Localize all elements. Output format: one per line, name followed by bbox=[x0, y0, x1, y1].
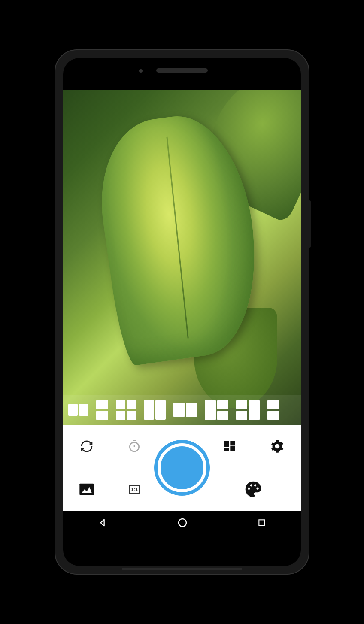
nav-recents-button[interactable] bbox=[258, 518, 266, 529]
switch-camera-button[interactable] bbox=[63, 439, 111, 453]
svg-point-9 bbox=[257, 488, 259, 490]
collage-icon bbox=[223, 439, 237, 453]
layout-option-2x1-tall[interactable] bbox=[144, 400, 166, 420]
svg-rect-5 bbox=[80, 484, 94, 495]
divider bbox=[68, 468, 133, 468]
camera-controls: 1:1 bbox=[63, 425, 301, 511]
home-icon bbox=[177, 518, 188, 528]
settings-button[interactable] bbox=[253, 439, 301, 453]
layout-option-1-2-mix[interactable] bbox=[205, 400, 228, 420]
gear-icon bbox=[270, 439, 284, 453]
layout-option-more[interactable] bbox=[267, 400, 279, 420]
phone-speaker bbox=[156, 68, 208, 73]
svg-rect-11 bbox=[259, 520, 264, 525]
collage-button[interactable] bbox=[206, 439, 253, 453]
gallery-icon bbox=[78, 481, 95, 498]
svg-point-7 bbox=[250, 484, 252, 486]
timer-button[interactable] bbox=[111, 439, 158, 453]
app-screen: 1:1 bbox=[63, 90, 301, 536]
shutter-button[interactable] bbox=[154, 440, 210, 496]
back-icon bbox=[98, 518, 107, 527]
phone-bottom-speaker bbox=[122, 568, 242, 570]
timer-icon bbox=[127, 439, 141, 453]
aspect-ratio-button[interactable]: 1:1 bbox=[111, 485, 158, 494]
svg-point-10 bbox=[179, 519, 186, 527]
phone-frame: 1:1 bbox=[55, 50, 309, 574]
phone-inner: 1:1 bbox=[63, 58, 301, 566]
palette-icon bbox=[244, 480, 263, 499]
svg-point-8 bbox=[254, 484, 256, 486]
layout-option-2x2[interactable] bbox=[116, 400, 136, 420]
nav-back-button[interactable] bbox=[98, 518, 107, 529]
svg-rect-2 bbox=[230, 441, 235, 445]
gallery-button[interactable] bbox=[63, 481, 111, 498]
layout-option-1x2[interactable] bbox=[96, 400, 108, 420]
layout-selector-strip[interactable] bbox=[63, 395, 301, 425]
camera-viewfinder[interactable] bbox=[63, 90, 301, 425]
svg-point-6 bbox=[248, 488, 250, 490]
aspect-ratio-label: 1:1 bbox=[129, 485, 140, 494]
palette-button[interactable] bbox=[206, 480, 301, 499]
layout-option-2-1-mix[interactable] bbox=[236, 400, 260, 420]
android-navbar bbox=[63, 511, 301, 536]
svg-rect-3 bbox=[224, 448, 229, 451]
layout-option-2x1[interactable] bbox=[68, 404, 88, 416]
layout-option-2x1-wide[interactable] bbox=[173, 403, 197, 417]
phone-power-button bbox=[309, 200, 311, 248]
phone-front-camera bbox=[139, 69, 143, 73]
svg-rect-1 bbox=[224, 441, 229, 447]
recents-icon bbox=[258, 518, 266, 527]
divider bbox=[231, 468, 296, 468]
nav-home-button[interactable] bbox=[177, 518, 188, 530]
svg-rect-4 bbox=[230, 446, 235, 451]
switch-camera-icon bbox=[80, 439, 94, 453]
